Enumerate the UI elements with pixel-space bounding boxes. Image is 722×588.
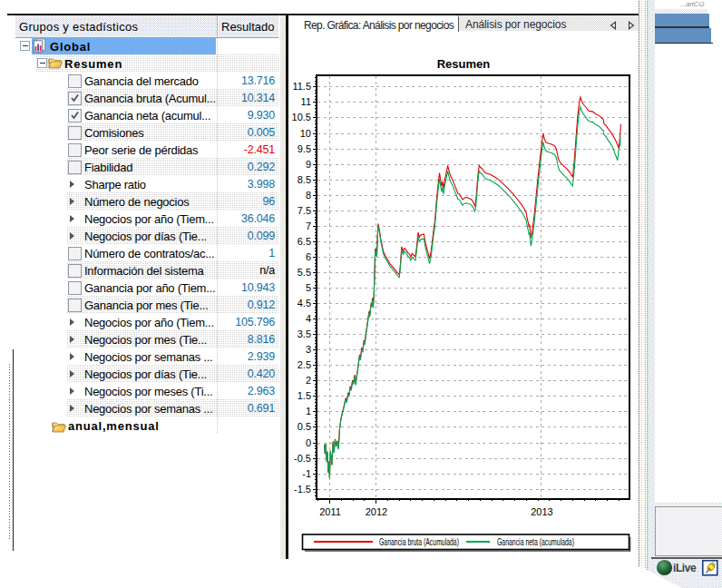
svg-text:-0.5: -0.5 xyxy=(294,453,311,464)
svg-text:3.5: 3.5 xyxy=(298,328,311,339)
svg-text:7: 7 xyxy=(306,220,311,231)
svg-text:7.5: 7.5 xyxy=(298,205,311,216)
svg-text:8: 8 xyxy=(306,190,311,201)
svg-text:5: 5 xyxy=(306,282,311,293)
svg-text:4: 4 xyxy=(306,313,311,324)
svg-text:11.5: 11.5 xyxy=(292,81,311,92)
svg-text:2: 2 xyxy=(306,375,311,386)
svg-text:6: 6 xyxy=(306,251,311,262)
svg-text:1: 1 xyxy=(306,406,311,416)
svg-text:3: 3 xyxy=(306,344,311,355)
svg-text:5.5: 5.5 xyxy=(298,267,311,278)
svg-text:Ganancia bruta (Acumulada): Ganancia bruta (Acumulada) xyxy=(379,536,459,547)
svg-text:Ganancia neta (acumulada): Ganancia neta (acumulada) xyxy=(497,536,574,547)
svg-text:Resumen: Resumen xyxy=(437,57,491,71)
svg-text:-1.5: -1.5 xyxy=(294,484,311,495)
svg-text:1.5: 1.5 xyxy=(298,390,311,401)
svg-text:2.5: 2.5 xyxy=(298,359,311,370)
svg-text:9: 9 xyxy=(306,159,311,170)
svg-text:10: 10 xyxy=(300,128,311,139)
svg-text:11: 11 xyxy=(301,96,311,107)
svg-text:2012: 2012 xyxy=(366,506,387,517)
svg-text:-1: -1 xyxy=(302,468,311,479)
svg-text:2013: 2013 xyxy=(531,506,552,517)
svg-text:4.5: 4.5 xyxy=(298,298,311,309)
svg-text:0.5: 0.5 xyxy=(298,421,311,432)
svg-text:9.5: 9.5 xyxy=(298,143,311,154)
svg-text:0: 0 xyxy=(306,437,311,448)
svg-text:10.5: 10.5 xyxy=(292,112,311,122)
svg-text:6.5: 6.5 xyxy=(298,236,311,247)
svg-text:2011: 2011 xyxy=(319,506,341,517)
svg-text:8.5: 8.5 xyxy=(298,174,311,185)
